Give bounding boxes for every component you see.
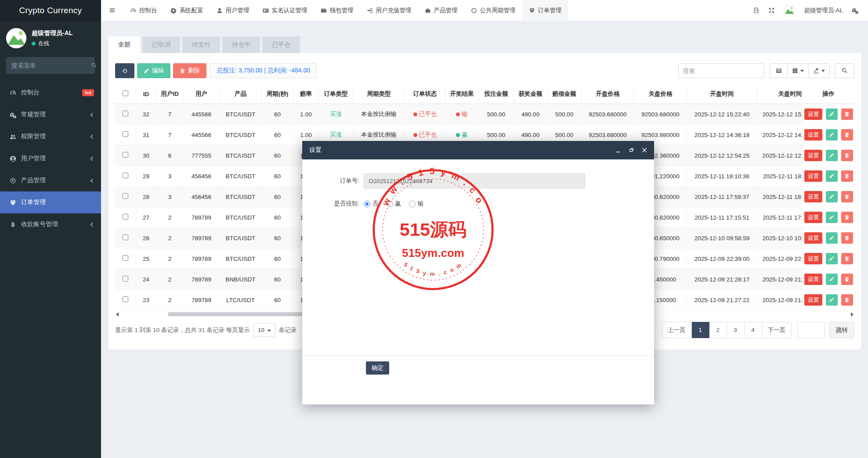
row-set-button[interactable]: 设置 [804,191,822,202]
sidebar-menu-item[interactable]: 用户管理 [0,148,101,169]
fullscreen-icon[interactable] [768,7,775,14]
topnav-item[interactable]: 订单管理 [522,0,568,21]
topnav-user-name[interactable]: 超级管理员-AL [804,7,843,14]
status-tab[interactable]: 持仓中 [222,36,260,53]
topnav-item[interactable]: 钱包管理 [314,0,360,21]
topnav-item[interactable]: 公共周期管理 [464,0,522,21]
row-delete-button[interactable] [841,129,853,141]
sidebar-menu-item[interactable]: 收款账号管理 [0,213,101,235]
row-delete-button[interactable] [841,294,853,306]
radio-label: 否 [373,200,379,208]
row-checkbox[interactable] [123,296,128,302]
force-radio-option[interactable]: 赢 [387,200,401,208]
refresh-button[interactable] [115,63,134,78]
clear-cache-icon[interactable] [753,7,760,14]
row-edit-button[interactable] [826,274,838,285]
row-delete-button[interactable] [841,191,853,202]
page-button[interactable]: 4 [745,322,762,338]
sidebar-menu-item[interactable]: 常规管理 [0,104,101,126]
topnav-item[interactable]: 实名认证管理 [256,0,314,21]
row-checkbox[interactable] [123,193,128,199]
export-button[interactable] [809,63,830,78]
row-checkbox[interactable] [123,255,128,261]
row-edit-button[interactable] [826,108,838,120]
row-checkbox[interactable] [123,111,128,116]
row-checkbox[interactable] [123,152,128,158]
topnav-avatar[interactable] [784,5,795,16]
row-set-button[interactable]: 设置 [804,129,822,141]
status-tab[interactable]: 待支付 [182,36,220,53]
cogs-icon[interactable] [852,7,858,14]
status-tab[interactable]: 已平仓 [262,36,300,53]
topnav-item[interactable]: 系统配置 [164,0,210,21]
row-edit-button[interactable] [826,191,838,202]
row-set-button[interactable]: 设置 [804,108,822,120]
row-edit-button[interactable] [826,170,838,182]
close-icon[interactable] [642,148,647,153]
scroll-right-arrow-icon[interactable] [851,312,854,317]
row-edit-button[interactable] [826,253,838,264]
row-checkbox[interactable] [123,214,128,220]
order-no-input[interactable] [364,173,585,188]
status-tab[interactable]: 全部 [108,36,140,53]
row-checkbox[interactable] [123,131,128,137]
columns-button[interactable] [788,63,809,78]
page-button[interactable]: 3 [727,322,745,338]
row-delete-button[interactable] [841,232,853,244]
row-checkbox[interactable] [123,276,128,281]
row-set-button[interactable]: 设置 [804,170,822,182]
edit-button[interactable]: 编辑 [137,63,170,78]
page-button[interactable]: 上一页 [662,322,692,338]
row-delete-button[interactable] [841,170,853,182]
jump-button[interactable]: 跳转 [829,322,854,338]
row-set-button[interactable]: 设置 [804,212,822,223]
scroll-left-arrow-icon[interactable] [116,312,119,317]
delete-button[interactable]: 删除 [173,63,206,78]
column-header: 订单状态 [405,84,445,104]
page-button[interactable]: 1 [692,322,709,338]
row-delete-button[interactable] [841,274,853,285]
page-size-select[interactable]: 10 [253,323,275,337]
restore-icon[interactable] [629,148,634,153]
force-radio-option[interactable]: 输 [409,200,424,208]
detail-view-button[interactable] [770,63,788,78]
sidebar-menu-item[interactable]: 产品管理 [0,169,101,191]
row-delete-button[interactable] [841,150,853,161]
row-edit-button[interactable] [826,129,838,141]
topnav-item[interactable]: 用户充值管理 [360,0,418,21]
row-set-button[interactable]: 设置 [804,274,822,285]
table-search-input[interactable] [678,63,764,78]
row-set-button[interactable]: 设置 [804,253,822,264]
topnav-item[interactable]: 控制台 [123,0,164,21]
sidebar-menu-item[interactable]: 控制台 hot [0,82,101,104]
row-edit-button[interactable] [826,232,838,244]
row-set-button[interactable]: 设置 [804,232,822,244]
row-checkbox[interactable] [123,173,128,178]
sidebar-menu-item[interactable]: 订单管理 [0,191,101,213]
row-delete-button[interactable] [841,212,853,223]
sidebar-search-input[interactable] [11,62,91,69]
force-radio-option[interactable]: 否 [364,200,379,208]
row-edit-button[interactable] [826,294,838,306]
sidebar-menu-item[interactable]: 权限管理 [0,126,101,148]
row-edit-button[interactable] [826,212,838,223]
status-tab[interactable]: 已取消 [142,36,180,53]
cell-period: 60 [262,187,293,207]
topnav-item[interactable]: 产品管理 [418,0,464,21]
row-edit-button[interactable] [826,150,838,161]
select-all-checkbox[interactable] [123,90,128,96]
row-delete-button[interactable] [841,108,853,120]
row-set-button[interactable]: 设置 [804,150,822,161]
row-set-button[interactable]: 设置 [804,294,822,306]
modal-header[interactable]: 设置 [302,141,654,159]
search-submit-button[interactable] [835,63,854,78]
minimize-icon[interactable] [615,148,621,153]
page-button[interactable]: 下一页 [762,322,792,338]
confirm-button[interactable]: 确定 [366,361,389,375]
page-button[interactable]: 2 [709,322,727,338]
jump-page-input[interactable] [798,322,825,338]
row-checkbox[interactable] [123,234,128,240]
hamburger-menu-icon[interactable] [101,0,123,21]
topnav-item[interactable]: 用户管理 [210,0,256,21]
row-delete-button[interactable] [841,253,853,264]
